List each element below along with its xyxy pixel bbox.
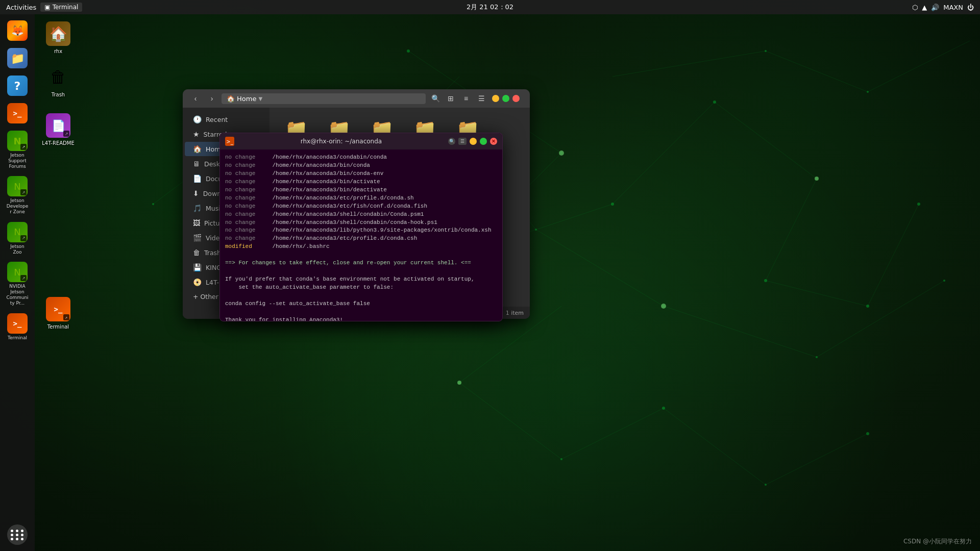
topbar-terminal-label: Terminal	[53, 4, 79, 11]
desktop-icon: 🖥	[193, 160, 200, 168]
dock-item-firefox[interactable]: 🦊	[4, 18, 31, 43]
fm-home-icon: 🏠	[227, 95, 235, 103]
activities-button[interactable]: Activities	[6, 4, 36, 11]
l4t-shortcut-icon: ↗	[63, 131, 69, 137]
terminal-window: >_ rhx@rhx-orin: ~/anaconda 🔍 ☰ ✕ no cha…	[219, 133, 503, 321]
fm-forward-button[interactable]: ›	[205, 92, 218, 105]
shortcut-arrow-icon4: ↗	[20, 275, 27, 281]
fm-location-text: Home	[237, 95, 256, 103]
jetson-zoo-icon: N ↗	[7, 222, 28, 242]
trash-label: Trash	[52, 91, 65, 98]
topbar-terminal-tab[interactable]: ▣ Terminal	[40, 3, 82, 12]
dock-item-jetson-support[interactable]: N ↗ Jetson Support Forums	[4, 129, 31, 171]
shortcut-arrow-icon2: ↗	[20, 189, 27, 195]
nvidia-comm-label: NVIDIA Jetson Community Pr...	[6, 284, 29, 306]
term-line-blank3	[225, 292, 497, 300]
app-grid-dots-icon	[11, 530, 24, 540]
power-icon[interactable]: ⏻	[967, 4, 974, 11]
documents-icon: 📄	[193, 174, 202, 183]
term-line-blank4	[225, 308, 497, 316]
fm-location-bar[interactable]: 🏠 Home ▼	[222, 93, 426, 104]
desktop-icon-terminal[interactable]: >_ ↗ Terminal	[40, 295, 77, 332]
terminal-desk-label: Terminal	[47, 323, 69, 330]
show-applications-button[interactable]	[7, 524, 28, 545]
shortcut-arrow-icon3: ↗	[20, 235, 27, 241]
term-line-1: no change /home/rhx/anaconda3/condabin/c…	[225, 154, 497, 162]
desktop-icon-rhx[interactable]: 🏠 rhx	[40, 19, 77, 57]
topbar-datetime: 2月 21 02：02	[467, 3, 513, 12]
terminal-minimize-button[interactable]	[470, 138, 477, 145]
fm-minimize-button[interactable]	[492, 95, 499, 102]
trash-icon: 🗑	[46, 65, 70, 89]
help-icon: ?	[7, 76, 28, 96]
terminal-window-controls: 🔍 ☰ ✕	[448, 138, 497, 145]
l4t-label: L4T-README	[42, 140, 75, 146]
fm-toolbar: ‹ › 🏠 Home ▼ 🔍 ⊞ ≡ ☰	[189, 92, 488, 105]
fm-view-grid-button[interactable]: ⊞	[444, 92, 457, 105]
shortcut-arrow-icon: ↗	[20, 144, 27, 150]
topbar-left: Activities ▣ Terminal	[6, 3, 82, 12]
term-line-16: Thank you for installing Anaconda3!	[225, 316, 497, 321]
fm-menu-button[interactable]: ☰	[475, 92, 488, 105]
term-line-15: conda config --set auto_activate_base fa…	[225, 300, 497, 308]
term-line-blank2	[225, 267, 497, 276]
dock-item-terminal2[interactable]: >_ Terminal	[4, 311, 31, 343]
terminal-body[interactable]: no change /home/rhx/anaconda3/condabin/c…	[220, 149, 502, 321]
nvidia-icon-topbar: ⬡	[912, 4, 918, 11]
terminal-app-icon: >_	[225, 137, 234, 146]
terminal-title-text: rhx@rhx-orin: ~/anaconda	[238, 138, 444, 145]
videos-icon: 🎬	[193, 234, 202, 242]
dock-item-terminal[interactable]: >_	[4, 101, 31, 126]
fm-search-button[interactable]: 🔍	[429, 92, 442, 105]
fm-close-button[interactable]	[512, 95, 520, 102]
kingsto-icon: 💾	[193, 263, 202, 271]
terminal-menu-button[interactable]: ☰	[458, 138, 467, 145]
rhx-folder-icon: 🏠	[46, 21, 70, 46]
term-line-10: no change /home/rhx/anaconda3/lib/python…	[225, 227, 497, 235]
home-icon: 🏠	[193, 145, 202, 153]
l4t-icon: 📄 ↗	[46, 113, 70, 138]
desktop-icon-l4t[interactable]: 📄 ↗ L4T-README	[40, 111, 77, 148]
jetson-support-label: Jetson Support Forums	[6, 153, 29, 169]
jetson-dev-icon: N ↗	[7, 176, 28, 196]
terminal-close-button[interactable]: ✕	[490, 138, 497, 145]
term-line-blank1	[225, 251, 497, 259]
term-line-11: no change /home/rhx/anaconda3/etc/profil…	[225, 235, 497, 243]
nvidia-comm-icon: N ↗	[7, 262, 28, 282]
topbar: Activities ▣ Terminal 2月 21 02：02 ⬡ ▲ 🔊 …	[0, 0, 980, 14]
dock: 🦊 📁 ? >_ N ↗ Jetson Support Forums N ↗ J…	[0, 14, 35, 551]
dock-item-help[interactable]: ?	[4, 73, 31, 98]
wifi-icon: ▲	[922, 4, 927, 11]
dock-item-nvidia-comm[interactable]: N ↗ NVIDIA Jetson Community Pr...	[4, 260, 31, 308]
term-line-3: no change /home/rhx/anaconda3/bin/conda-…	[225, 170, 497, 178]
file-manager-titlebar: ‹ › 🏠 Home ▼ 🔍 ⊞ ≡ ☰	[183, 89, 530, 108]
fm-maximize-button[interactable]	[502, 95, 509, 102]
terminal-maximize-button[interactable]	[480, 138, 487, 145]
fm-trash-icon: 🗑	[193, 248, 200, 257]
fm-view-list-button[interactable]: ≡	[459, 92, 473, 105]
topbar-right: ⬡ ▲ 🔊 MAXN ⏻	[912, 4, 974, 11]
dock-item-jetson-dev[interactable]: N ↗ Jetson Developer Zone	[4, 174, 31, 216]
terminal-dock2-icon: >_	[7, 313, 28, 334]
watermark: CSDN @小阮同学在努力	[903, 537, 972, 546]
terminal-titlebar: >_ rhx@rhx-orin: ~/anaconda 🔍 ☰ ✕	[220, 133, 502, 149]
volume-icon: 🔊	[931, 4, 939, 11]
music-icon: 🎵	[193, 204, 202, 212]
recent-icon: 🕐	[193, 115, 202, 123]
downloads-icon: ⬇	[193, 189, 199, 197]
firefox-icon: 🦊	[7, 20, 28, 41]
desktop-icon-trash[interactable]: 🗑 Trash	[40, 63, 77, 100]
term-line-6: no change /home/rhx/anaconda3/etc/profil…	[225, 194, 497, 203]
terminal-search-button[interactable]: 🔍	[448, 138, 455, 145]
dock-item-jetson-zoo[interactable]: N ↗ Jetson Zoo	[4, 220, 31, 257]
terminal-dock-icon: >_	[7, 103, 28, 123]
dock-bottom	[7, 524, 28, 545]
fm-back-button[interactable]: ‹	[189, 92, 202, 105]
dock-item-files[interactable]: 📁	[4, 46, 31, 70]
fm-window-controls	[492, 95, 520, 102]
pictures-icon: 🖼	[193, 219, 200, 227]
topbar-user[interactable]: MAXN	[943, 4, 963, 11]
term-line-4: no change /home/rhx/anaconda3/bin/activa…	[225, 178, 497, 186]
jetson-support-icon: N ↗	[7, 131, 28, 151]
fm-sidebar-recent[interactable]: 🕐 Recent	[185, 112, 267, 127]
